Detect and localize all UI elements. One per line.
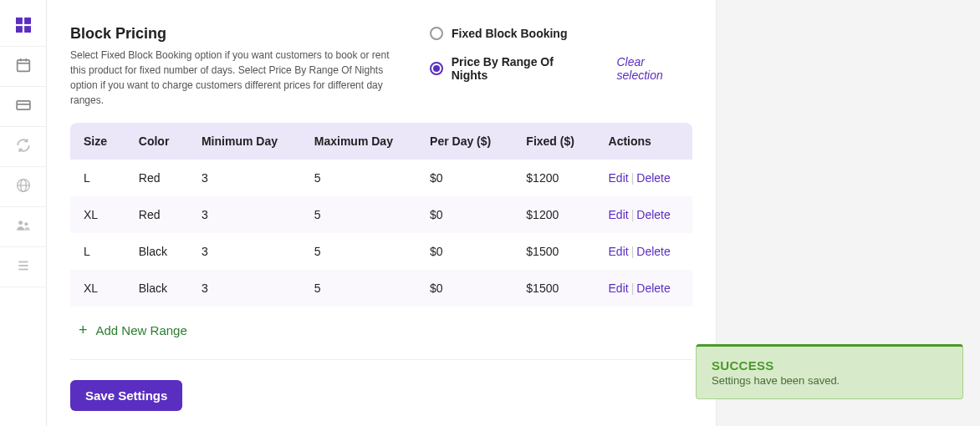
page-title: Block Pricing (70, 25, 405, 43)
cell-max: 5 (301, 270, 416, 307)
sidebar-item-globe[interactable] (0, 167, 47, 207)
th-fixed: Fixed ($) (513, 123, 595, 160)
th-size: Size (70, 123, 125, 160)
sidebar-item-sync[interactable] (0, 127, 47, 167)
save-settings-button[interactable]: Save Settings (70, 380, 182, 411)
cell-actions: Edit|Delete (595, 196, 692, 233)
radio-icon (430, 27, 443, 40)
radio-fixed-block[interactable]: Fixed Block Booking (430, 27, 692, 40)
globe-icon (16, 178, 31, 196)
cell-fixed: $1200 (513, 196, 595, 233)
sidebar-item-calendar[interactable] (0, 47, 47, 87)
th-actions: Actions (595, 123, 692, 160)
success-toast: SUCCESS Settings have been saved. (696, 344, 963, 399)
cell-min: 3 (188, 270, 301, 307)
cell-size: XL (70, 270, 125, 307)
dashboard-icon (16, 18, 31, 36)
cell-perday: $0 (416, 233, 513, 270)
cell-size: L (70, 233, 125, 270)
users-icon (16, 218, 31, 236)
header-row: Block Pricing Select Fixed Block Booking… (70, 25, 692, 108)
sync-icon (16, 138, 31, 156)
action-separator: | (631, 171, 635, 185)
cell-perday: $0 (416, 270, 513, 307)
sidebar (0, 0, 47, 426)
cell-color: Red (125, 196, 188, 233)
svg-rect-1 (24, 18, 31, 24)
cell-color: Black (125, 270, 188, 307)
delete-link[interactable]: Delete (636, 171, 670, 185)
cell-min: 3 (188, 233, 301, 270)
delete-link[interactable]: Delete (636, 281, 670, 295)
sidebar-item-card[interactable] (0, 87, 47, 127)
pricing-table: Size Color Minimum Day Maximum Day Per D… (70, 123, 692, 307)
cell-color: Black (125, 233, 188, 270)
cell-actions: Edit|Delete (595, 270, 692, 307)
card-icon (16, 98, 31, 116)
cell-fixed: $1500 (513, 233, 595, 270)
edit-link[interactable]: Edit (609, 281, 629, 295)
page-description: Select Fixed Block Booking option if you… (70, 48, 405, 108)
svg-rect-8 (17, 100, 30, 109)
th-max: Maximum Day (301, 123, 416, 160)
cell-min: 3 (188, 196, 301, 233)
sidebar-item-dashboard[interactable] (0, 7, 47, 47)
edit-link[interactable]: Edit (609, 245, 629, 258)
toast-message: Settings have been saved. (712, 374, 947, 387)
cell-min: 3 (188, 160, 301, 196)
table-row: LBlack35$0$1500Edit|Delete (70, 233, 692, 270)
sidebar-item-users[interactable] (0, 207, 47, 247)
table-row: LRed35$0$1200Edit|Delete (70, 160, 692, 196)
sidebar-item-menu[interactable] (0, 247, 47, 287)
app-root: Block Pricing Select Fixed Block Booking… (0, 0, 980, 426)
toast-title: SUCCESS (712, 358, 947, 373)
table-row: XLRed35$0$1200Edit|Delete (70, 196, 692, 233)
clear-selection-link[interactable]: Clear selection (616, 55, 692, 82)
calendar-icon (16, 58, 31, 76)
cell-max: 5 (301, 233, 416, 270)
menu-icon (16, 258, 31, 276)
cell-color: Red (125, 160, 188, 196)
main-panel: Block Pricing Select Fixed Block Booking… (47, 0, 716, 426)
cell-perday: $0 (416, 160, 513, 196)
edit-link[interactable]: Edit (609, 208, 629, 221)
add-range-label: Add New Range (96, 323, 187, 337)
cell-actions: Edit|Delete (595, 233, 692, 270)
svg-rect-3 (24, 26, 31, 33)
svg-rect-2 (16, 26, 23, 33)
delete-link[interactable]: Delete (636, 245, 670, 258)
table-row: XLBlack35$0$1500Edit|Delete (70, 270, 692, 307)
add-range-button[interactable]: + Add New Range (70, 307, 692, 360)
plus-icon: + (79, 322, 88, 339)
svg-rect-0 (16, 18, 23, 24)
svg-rect-4 (17, 59, 29, 71)
th-min: Minimum Day (188, 123, 301, 160)
radio-label: Fixed Block Booking (452, 27, 567, 40)
cell-size: XL (70, 196, 125, 233)
edit-link[interactable]: Edit (609, 171, 629, 185)
radio-icon-checked (430, 62, 443, 75)
th-perday: Per Day ($) (416, 123, 513, 160)
cell-max: 5 (301, 160, 416, 196)
delete-link[interactable]: Delete (636, 208, 670, 221)
cell-perday: $0 (416, 196, 513, 233)
cell-fixed: $1200 (513, 160, 595, 196)
svg-point-13 (18, 221, 23, 225)
cell-actions: Edit|Delete (595, 160, 692, 196)
th-color: Color (125, 123, 188, 160)
radio-price-range[interactable]: Price By Range Of Nights Clear selection (430, 55, 692, 82)
radio-label: Price By Range Of Nights (452, 55, 590, 82)
action-separator: | (631, 245, 635, 258)
svg-point-14 (24, 222, 28, 226)
cell-fixed: $1500 (513, 270, 595, 307)
action-separator: | (631, 281, 635, 295)
cell-max: 5 (301, 196, 416, 233)
action-separator: | (631, 208, 635, 221)
cell-size: L (70, 160, 125, 196)
